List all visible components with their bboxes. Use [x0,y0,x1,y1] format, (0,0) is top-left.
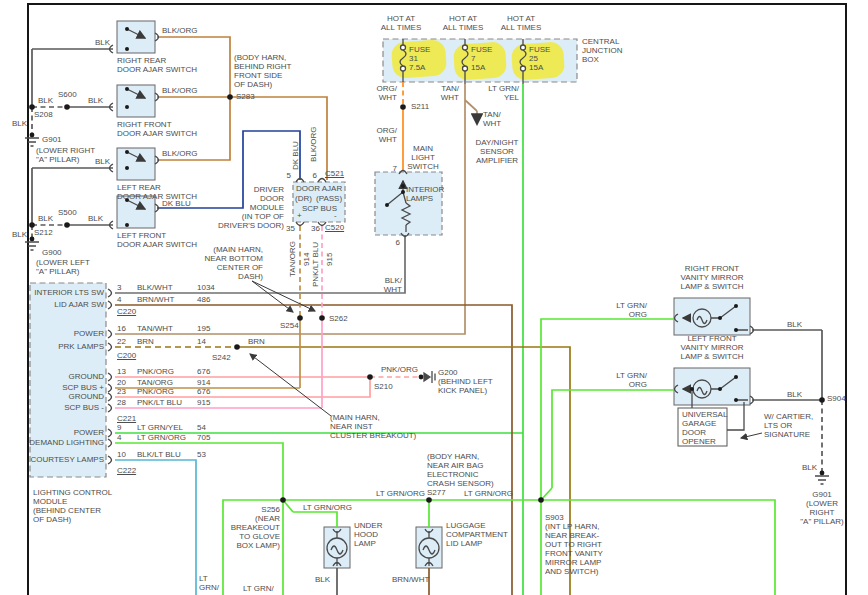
tan-org-vertical-label: TAN/ORG [288,241,297,277]
lcm-ckt-676-2: 676 [197,387,210,396]
blk-org-vertical-label: BLK/ORG [309,126,318,162]
ground-g200-icon [432,371,435,383]
blk-label-s212: BLK [38,214,53,223]
ddm-pin36: 36 [311,224,320,233]
lcm-wire-pnk-org-1: PNK/ORG [137,367,174,376]
lt-grn-cut-label-2: LT GRN/ [243,584,274,593]
under-hood-lamp-label: UNDER HOOD LAMP [354,521,382,548]
main-harn-bottom-note: (MAIN HARN, NEAR BOTTOM CENTER OF DASH) [204,245,263,281]
lcm-ckt-195: 195 [197,324,210,333]
ground-g200-arrow [424,373,430,381]
right-rear-door-ajar-switch-box [117,21,155,53]
luggage-lamp-label: LUGGAGE COMPARTMENT LID LAMP [446,521,508,548]
blk-label-s208: BLK [38,96,53,105]
fuse-7-label: FUSE 7 15A [471,45,492,72]
fuse-31-label: FUSE 31 7.5A [409,45,430,72]
lcm-c221: C221 [117,414,136,423]
garage-door-opener-label: UNIVERSAL GARAGE DOOR OPENER [682,410,727,446]
lcm-fn-ground-2: GROUND [68,392,104,401]
lcm-fn-prk-lamps: PRK LAMPS [58,342,104,351]
s210-label: S210 [374,382,393,391]
lcm-c222: C222 [117,466,136,475]
ddm-pin35: 35 [286,224,295,233]
main-light-switch-box [375,172,442,235]
ddm-pass: (PASS) [316,194,342,203]
lcm-wire-blk-lt-blu: BLK/LT BLU [137,450,181,459]
lcm-pin-4b: 4 [117,433,121,442]
blk-org-label-2: BLK/ORG [162,86,198,95]
lcm-pin-22: 22 [117,337,126,346]
blk-label-b1: BLK [95,38,110,47]
lt-grn-org-label-left-mirror: LT GRN/ ORG [616,371,647,389]
blk-label-s600: BLK [88,96,103,105]
lcm-wire-lt-grn-org: LT GRN/ORG [137,433,186,442]
c521-label: C521 [325,169,344,178]
s211-label: S211 [411,102,429,111]
blk-org-label-1: BLK/ORG [162,26,198,35]
ddm-dr: (DR) [295,194,312,203]
wire-blk-lt-blu [115,460,196,595]
lcm-wire-brn-wht: BRN/WHT [137,295,174,304]
s208-label: S208 [34,110,53,119]
lcm-pin-10: 10 [117,450,126,459]
blk-wht-label: BLK/ WHT [384,276,402,294]
lcm-pin-3: 3 [117,283,121,292]
lcm-wire-pnk-org-2: PNK/ORG [137,387,174,396]
driver-door-module-label: DRIVER DOOR MODULE (IN TOP OF DRIVER'S D… [218,185,284,230]
lcm-fn-scp-bus-plus: SCP BUS + [62,383,104,392]
pnk-org-label: PNK/ORG [381,365,418,374]
ddm-pin6: 6 [313,171,317,180]
lcm-pin-16: 16 [117,324,126,333]
blk-label-left-mirror: BLK [787,390,802,399]
dk-blu-vertical-label: DK BLU [291,141,300,170]
lcm-fn-power-2: POWER [74,428,104,437]
ground-g900-icon [25,242,39,250]
lcm-fn-courtesy-lamps: COURTESY LAMPS [30,455,104,464]
lcm-wire-lt-grn-yel: LT GRN/YEL [137,423,183,432]
blk-label-s500: BLK [88,214,103,223]
interior-lamps-label: INTERIOR LAMPS [406,185,444,203]
s242-label: S242 [212,353,231,362]
lcm-c220: C220 [117,307,136,316]
blk-label-under-hood: BLK [315,575,330,584]
blk-label-b3: BLK [95,157,110,166]
s903-note: S903 (INT LP HARN, NEAR BREAK- OUT TO RI… [545,513,603,576]
wire-brn [237,347,570,595]
blk-label-s904-ground: BLK [802,463,817,472]
tan-wht-label-2: TAN/ WHT [483,110,501,128]
lighting-control-module-label: LIGHTING CONTROL MODULE (BEHIND CENTER O… [33,488,112,524]
lcm-pin-9: 9 [117,423,121,432]
ckt-914-vertical: 914 [302,253,311,266]
tan-wht-label-1: TAN/ WHT [441,84,459,102]
c520-label: C520 [325,223,344,232]
cartier-note: W/ CARTIER, LTS OR SIGNATURE [764,412,813,439]
lcm-ckt-486: 486 [197,295,210,304]
lcm-pin-13: 13 [117,367,126,376]
s904-label: S904 [827,394,846,403]
s212-label: S212 [34,228,53,237]
schematic-canvas [0,0,868,595]
lcm-fn-scp-bus-minus: SCP BUS - [64,403,104,412]
left-rear-door-ajar-switch-box [117,148,155,180]
lcm-ckt-14: 14 [197,337,206,346]
lcm-wire-brn: BRN [137,337,154,346]
org-wht-label-1: ORG/ WHT [377,84,397,102]
ddm-door-ajar: DOOR AJAR [296,184,342,193]
lcm-wire-pnk-lt-blu: PNK/LT BLU [137,398,182,407]
lcm-fn-ground-1: GROUND [68,372,104,381]
ddm-pin5: 5 [287,171,291,180]
lt-grn-yel-label: LT GRN/ YEL [488,84,519,102]
lcm-pin-28: 28 [117,398,126,407]
lcm-ckt-705: 705 [197,433,210,442]
left-front-door-ajar-label: LEFT FRONT DOOR AJAR SWITCH [117,231,197,249]
ddm-scp-bus: SCP BUS [302,204,337,213]
hot-at-all-times-1: HOT AT ALL TIMES [381,14,421,32]
s283-label: S283 [236,92,255,101]
right-front-door-ajar-switch-box [117,85,155,117]
ground-g901-right-icon [815,476,829,484]
lcm-fn-lid-ajar-sw: LID AJAR SW [54,300,104,309]
main-light-switch-label: MAIN LIGHT SWITCH [407,144,439,171]
lcm-ckt-1034: 1034 [197,283,215,292]
blk-label-rail2: BLK [12,230,27,239]
right-vanity-mirror-label: RIGHT FRONT VANITY MIRROR LAMP & SWITCH [681,264,744,291]
